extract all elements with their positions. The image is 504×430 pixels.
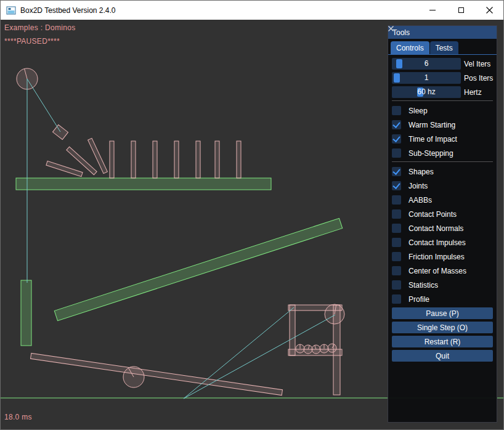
domino-shelf: [16, 178, 271, 190]
checkbox-statistics[interactable]: Statistics: [392, 279, 493, 291]
checkbox-label: Time of Impact: [408, 135, 457, 144]
checkmark-icon: [392, 181, 400, 189]
checkbox-box[interactable]: [392, 224, 401, 233]
button-single-step-o[interactable]: Single Step (O): [392, 322, 493, 333]
checkbox-label: AABBs: [408, 196, 432, 205]
checkbox-time-of-impact[interactable]: Time of Impact: [392, 133, 493, 145]
checkbox-box[interactable]: [392, 294, 401, 304]
checkbox-label: Sleep: [408, 107, 428, 115]
checkbox-box[interactable]: [392, 120, 401, 129]
tools-panel-title: Tools: [392, 28, 410, 37]
checkbox-warm-starting[interactable]: Warm Starting: [392, 119, 493, 131]
checkbox-center-of-masses[interactable]: Center of Masses: [392, 265, 493, 277]
checkbox-label: Sub-Stepping: [408, 149, 453, 158]
joint-line: [27, 79, 60, 132]
checkbox-label: Joints: [408, 182, 428, 190]
vertical-column: [21, 280, 31, 346]
checkbox-friction-impulses[interactable]: Friction Impulses: [392, 251, 493, 262]
checkbox-box[interactable]: [392, 181, 401, 190]
slider-value: 60 hz: [392, 86, 461, 98]
tools-panel-titlebar[interactable]: Tools: [388, 26, 497, 39]
simulation-flags-group: SleepWarm StartingTime of ImpactSub-Step…: [392, 105, 493, 159]
checkbox-sleep[interactable]: Sleep: [392, 105, 493, 116]
checkbox-joints[interactable]: Joints: [392, 180, 493, 192]
slider-value: 6: [392, 58, 461, 70]
window-title: Box2D Testbed Version 2.4.0: [20, 6, 116, 15]
window-titlebar[interactable]: Box2D Testbed Version 2.4.0: [1, 1, 503, 20]
slider-vel-iters[interactable]: 6Vel Iters: [392, 58, 493, 70]
checkmark-icon: [392, 120, 400, 128]
checkbox-contact-points[interactable]: Contact Points: [392, 208, 493, 220]
close-icon: [486, 7, 493, 14]
checkbox-box[interactable]: [392, 134, 401, 144]
maximize-button[interactable]: [447, 1, 475, 20]
slider-value: 1: [392, 72, 461, 84]
fallen-domino: [46, 161, 83, 176]
checkbox-sub-stepping[interactable]: Sub-Stepping: [392, 147, 493, 159]
domino: [110, 141, 114, 178]
checkbox-label: Contact Normals: [408, 224, 463, 233]
slider-track[interactable]: 6: [392, 58, 461, 70]
checkbox-box[interactable]: [392, 148, 401, 158]
checkbox-label: Warm Starting: [408, 121, 455, 129]
minimize-icon: [429, 10, 436, 10]
slider-track[interactable]: 60 hz: [392, 86, 461, 98]
minimize-button[interactable]: [418, 1, 447, 20]
panel-close-button[interactable]: [484, 28, 492, 37]
checkbox-box[interactable]: [392, 195, 401, 205]
checkbox-profile[interactable]: Profile: [392, 293, 493, 305]
paused-label: ****PAUSED****: [4, 37, 60, 46]
tab-tests[interactable]: Tests: [430, 41, 458, 54]
domino: [153, 141, 157, 178]
frame-left-post: [290, 305, 295, 355]
checkbox-label: Profile: [408, 295, 429, 304]
separator: [392, 100, 493, 101]
checkbox-box[interactable]: [392, 167, 401, 176]
simulation-canvas[interactable]: Examples : Dominos ****PAUSED**** 18.0 m…: [1, 20, 504, 430]
checkbox-label: Contact Impulses: [408, 238, 466, 247]
checkbox-aabbs[interactable]: AABBs: [392, 194, 493, 206]
slider-label: Vel Iters: [464, 60, 490, 68]
caption-buttons: [418, 1, 503, 20]
checkbox-label: Center of Masses: [408, 267, 466, 275]
domino: [174, 141, 179, 178]
tilted-plank: [31, 353, 283, 395]
tools-panel-body: 6Vel Iters1Pos Iters60 hzHertz SleepWarm…: [388, 55, 497, 362]
slider-track[interactable]: 1: [392, 72, 461, 84]
action-buttons-group: Pause (P)Single Step (O)Restart (R)Quit: [392, 307, 493, 362]
checkbox-label: Contact Points: [408, 210, 457, 219]
button-quit[interactable]: Quit: [392, 350, 493, 362]
checkbox-contact-impulses[interactable]: Contact Impulses: [392, 237, 493, 248]
close-button[interactable]: [475, 1, 503, 20]
separator: [392, 161, 493, 162]
app-icon: [6, 6, 16, 15]
checkbox-box[interactable]: [392, 238, 401, 247]
checkbox-label: Shapes: [408, 168, 434, 176]
checkbox-box[interactable]: [392, 252, 401, 261]
tab-controls[interactable]: Controls: [391, 41, 429, 54]
example-label: Examples : Dominos: [4, 23, 75, 32]
checkbox-label: Statistics: [408, 281, 438, 290]
checkbox-contact-normals[interactable]: Contact Normals: [392, 222, 493, 234]
domino: [237, 141, 241, 178]
button-pause-p[interactable]: Pause (P): [392, 307, 493, 319]
tab-bar: ControlsTests: [388, 39, 497, 55]
slider-label: Pos Iters: [464, 74, 493, 83]
slider-pos-iters[interactable]: 1Pos Iters: [392, 72, 493, 84]
panel-close-icon: [388, 26, 394, 31]
checkbox-box[interactable]: [392, 280, 401, 290]
checkbox-box[interactable]: [392, 106, 401, 115]
checkbox-box[interactable]: [392, 209, 401, 219]
draw-flags-group: ShapesJointsAABBsContact PointsContact N…: [392, 166, 493, 305]
button-restart-r[interactable]: Restart (R): [392, 336, 493, 347]
joint-line: [184, 315, 335, 399]
slider-hertz[interactable]: 60 hzHertz: [392, 86, 493, 98]
frame-time-label: 18.0 ms: [4, 413, 32, 421]
tools-panel: Tools ControlsTests 6Vel Iters1Pos Iters…: [388, 25, 497, 423]
checkmark-icon: [392, 134, 400, 142]
checkbox-shapes[interactable]: Shapes: [392, 166, 493, 177]
slider-label: Hertz: [464, 88, 482, 97]
checkbox-label: Friction Impulses: [408, 253, 465, 261]
domino: [215, 141, 219, 178]
checkbox-box[interactable]: [392, 266, 401, 275]
